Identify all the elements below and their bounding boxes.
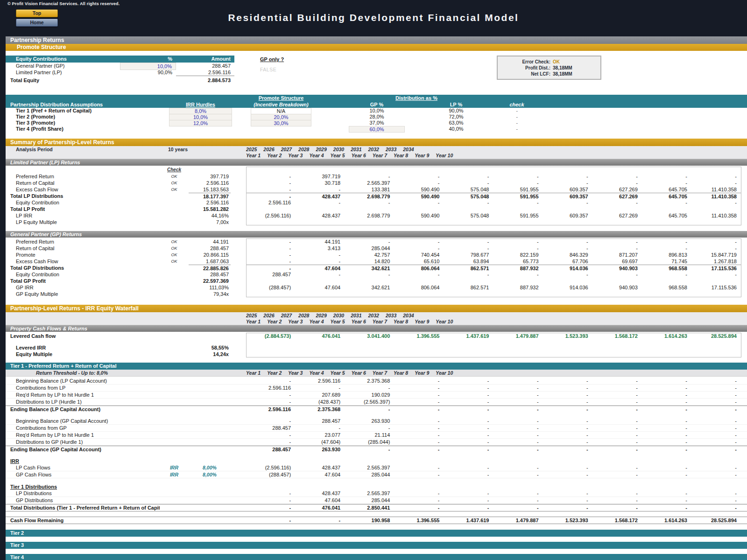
year-cell: - — [395, 446, 444, 453]
year-cell: - — [444, 378, 493, 384]
row-check — [160, 446, 189, 453]
year-cell: 1.523.393 — [543, 517, 593, 524]
year-cell: 15.847.719 — [692, 252, 741, 258]
section-gp-returns: General Partner (GP) Returns — [6, 231, 747, 238]
tier4-check: - — [491, 126, 543, 133]
row-label: GP Distributions — [6, 497, 160, 504]
row-check — [160, 425, 189, 431]
year-cell: 2.565.397 — [345, 490, 395, 497]
year-cell: 133.381 — [345, 186, 395, 193]
section-tier2[interactable]: Tier 2 — [6, 530, 747, 537]
equity-title: Equity Contributions — [6, 56, 120, 63]
row-label — [6, 413, 160, 418]
row-total — [189, 333, 231, 339]
row-total — [189, 385, 231, 391]
year-cell: 2.565.397 — [345, 464, 395, 471]
year-cell: - — [493, 464, 543, 471]
section-property-cash-flows: Property Cash Flows & Returns — [6, 325, 747, 332]
tier1-irr-input[interactable]: 8,0% — [169, 108, 232, 114]
year-cell: 590.490 — [395, 186, 444, 193]
year-cell: 1.523.393 — [543, 333, 593, 339]
levered-cash-flow-table: Levered Cash flow (2.884.573)476.0413.04… — [6, 332, 747, 358]
year-cell: - — [444, 199, 493, 206]
row-label: Ending Balance (GP Capital Account) — [6, 446, 160, 453]
row-total: 111,03% — [189, 284, 231, 291]
row-total — [189, 339, 231, 344]
tier2-irr-input[interactable]: 10,0% — [169, 114, 232, 120]
year-cell: - — [395, 399, 444, 405]
year-cell: - — [395, 180, 444, 186]
row-check — [160, 351, 189, 357]
year-cell: 47.604 — [296, 497, 345, 504]
year-cell: - — [246, 173, 296, 180]
tier2-promote-input[interactable]: 20,0% — [251, 114, 311, 120]
year-cell: - — [543, 385, 593, 391]
tier1-promote-input[interactable]: N/A — [251, 108, 311, 114]
table-row: LP Cash Flows IRR 8,00% (2.596.116)428.4… — [6, 464, 747, 471]
year-cell: - — [642, 490, 692, 497]
year-cell: - — [444, 271, 493, 278]
year-cell: - — [395, 392, 444, 398]
year-cell: - — [593, 439, 642, 445]
row-check — [160, 517, 189, 524]
year-cell: 285.044 — [345, 245, 395, 252]
year-cell: - — [345, 271, 395, 278]
year-cell: - — [444, 238, 493, 245]
year-cell: - — [543, 392, 593, 398]
year-cell: 285.044 — [345, 497, 395, 504]
year-label: Year 2 — [267, 319, 288, 324]
year-cell: - — [246, 258, 296, 265]
year-cell: - — [444, 497, 493, 504]
row-label: Ending Balance (LP Capital Account) — [6, 406, 160, 413]
year-cell: 1.479.887 — [493, 517, 543, 524]
tier3-promote-input[interactable]: 30,0% — [251, 120, 311, 126]
tier4-gp-input[interactable]: 60,0% — [349, 126, 405, 133]
year-cell: - — [395, 271, 444, 278]
year-cell: - — [642, 439, 692, 445]
row-total: 8,00% — [189, 471, 231, 478]
year-cell: - — [493, 199, 543, 206]
year-cell: - — [692, 392, 741, 398]
gp-only-flag: GP only ? FALSE — [260, 56, 284, 72]
section-tier3[interactable]: Tier 3 — [6, 542, 747, 549]
year-cell: - — [246, 432, 296, 438]
year-cell: 428.437 — [296, 464, 345, 471]
year-cell: - — [246, 180, 296, 186]
summary-year-band: Analysis Period 10 years 202520262027202… — [6, 146, 747, 159]
row-total: 8,00% — [189, 464, 231, 471]
table-row — [6, 453, 747, 458]
year-cell: 71.745 — [642, 258, 692, 265]
section-tier4[interactable]: Tier 4 — [6, 554, 747, 560]
year-cell: - — [444, 490, 493, 497]
year-label: 2033 — [386, 147, 403, 152]
tier3-irr-input[interactable]: 12,0% — [169, 120, 232, 126]
row-total: 2.596.116 — [189, 199, 231, 206]
row-check — [160, 483, 189, 490]
pct-column-header: % — [120, 56, 176, 63]
year-cell: - — [543, 464, 593, 471]
year-cell: - — [593, 180, 642, 186]
year-cell: 1.396.555 — [395, 517, 444, 524]
row-label: Total GP Profit — [6, 278, 160, 284]
tier1-table: Beginning Balance (LP Capital Account) -… — [6, 378, 747, 524]
table-row: Beginning Balance (LP Capital Account) -… — [6, 378, 747, 385]
year-cell: (47.604) — [296, 439, 345, 445]
tier2-label: Tier 2 (Promote) — [6, 114, 169, 120]
table-row: Ending Balance (LP Capital Account) 2.59… — [6, 406, 747, 413]
year-cell: - — [246, 439, 296, 445]
section-lp-returns: Limited Partner (LP) Returns — [6, 159, 747, 166]
year-cell: 11.410.358 — [692, 193, 741, 200]
year-cell: - — [593, 199, 642, 206]
year-cell: 590.490 — [395, 193, 444, 200]
year-cell: - — [642, 180, 692, 186]
year-cell: - — [642, 399, 692, 405]
year-cell: - — [593, 418, 642, 424]
year-cell: 1.396.555 — [395, 333, 444, 339]
year-cell: - — [642, 199, 692, 206]
year-cell: 940.903 — [593, 265, 642, 272]
year-cell: (2.565.397) — [345, 399, 395, 405]
year-cell: - — [395, 418, 444, 424]
row-total — [189, 458, 231, 464]
year-cell: - — [692, 446, 741, 453]
row-total: 15.183.563 — [189, 186, 231, 193]
